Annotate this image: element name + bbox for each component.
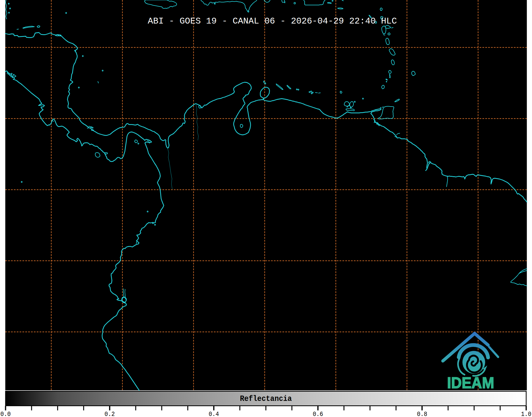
- svg-text:0.4: 0.4: [209, 411, 219, 417]
- svg-text:0.0: 0.0: [1, 411, 11, 417]
- svg-text:IDEAM: IDEAM: [447, 374, 494, 392]
- svg-text:1.0: 1.0: [521, 411, 531, 417]
- svg-text:0.8: 0.8: [417, 411, 427, 417]
- svg-text:0.2: 0.2: [104, 411, 115, 417]
- svg-text:0.6: 0.6: [313, 411, 323, 417]
- svg-text:ABI - GOES 19 - CANAL 06 - 202: ABI - GOES 19 - CANAL 06 - 2026-04-29 22…: [148, 16, 397, 26]
- svg-text:Reflectancia: Reflectancia: [240, 395, 292, 403]
